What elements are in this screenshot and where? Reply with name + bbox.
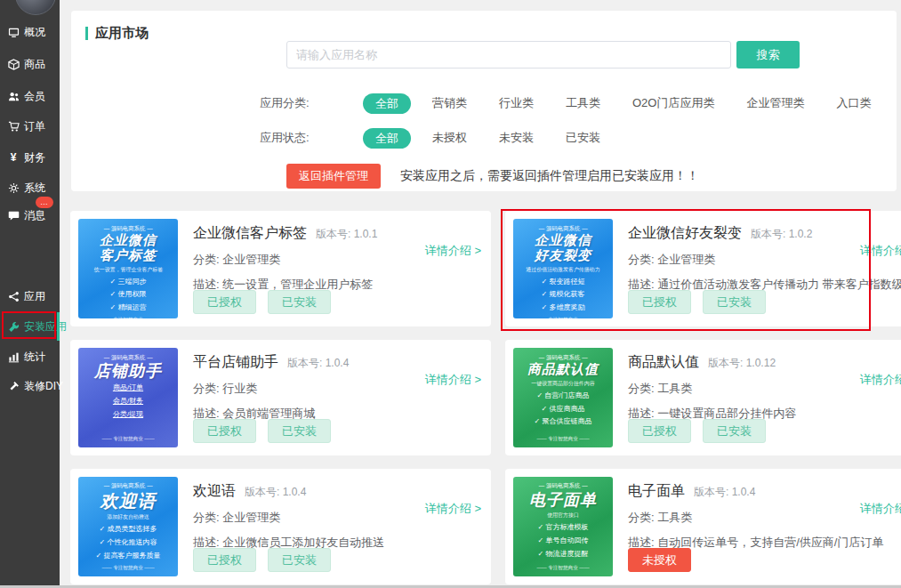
title-accent-bar — [85, 27, 88, 40]
cover-footer: —— 专注智慧商业 —— — [101, 564, 154, 571]
stats-icon — [7, 350, 20, 363]
cover-footer: —— 专注智慧商业 —— — [536, 435, 589, 442]
cover-footer: —— 专注智慧商业 —— — [536, 316, 589, 318]
detail-link[interactable]: 详情介绍 > — [425, 372, 481, 388]
status-tag[interactable]: 已安装 — [703, 419, 766, 443]
cover-banner: — 源码电商系统 — — [539, 353, 588, 361]
category-option[interactable]: 企业管理类 — [746, 95, 804, 111]
status-tag[interactable]: 已授权 — [628, 419, 691, 443]
category-option[interactable]: 行业类 — [499, 95, 534, 111]
detail-link[interactable]: 详情介绍 > — [860, 372, 901, 388]
install-app-icon — [7, 320, 20, 333]
sidebar-item-system[interactable]: 系统 — [0, 177, 60, 198]
sidebar-item-installed-apps[interactable]: 安装应用 — [0, 316, 60, 337]
notice-text: 安装应用之后，需要返回插件管理启用已安装应用！！ — [400, 168, 699, 184]
sidebar-item-overview[interactable]: 概况 — [0, 21, 60, 43]
status-tag-row: 已授权已安装 — [193, 290, 331, 314]
status-tag[interactable]: 已安装 — [703, 290, 766, 314]
sidebar-item-label: 装修DIY — [24, 379, 63, 394]
cover-title: 商品默认值 — [527, 362, 599, 377]
category-option[interactable]: 工具类 — [566, 95, 600, 111]
category-selected-pill[interactable]: 全部 — [363, 93, 411, 114]
app-cover-image: — 源码电商系统 —店铺助手商品/订单会员/财务分类/提现—— 专注智慧商业 —… — [78, 348, 178, 447]
notice-row: 返回插件管理 安装应用之后，需要返回插件管理启用已安装应用！！ — [286, 164, 699, 189]
app-version: 版本号: 1.0.4 — [245, 486, 306, 498]
sidebar-item-finance[interactable]: ¥财务 — [0, 147, 60, 168]
finance-icon: ¥ — [7, 151, 20, 164]
app-cover-image: — 源码电商系统 —商品默认值一键设置商品部分挂件内容✓ 自营/门店商品✓ 供应… — [513, 348, 613, 447]
cover-banner: — 源码电商系统 — — [539, 482, 588, 490]
status-tag[interactable]: 已安装 — [268, 419, 331, 443]
sidebar-item-label: 财务 — [24, 150, 45, 165]
sidebar-item-diy[interactable]: 装修DIY — [0, 375, 60, 397]
detail-link[interactable]: 详情介绍 > — [425, 501, 481, 517]
sidebar-item-label: 商品 — [24, 57, 45, 72]
status-tag-row: 未授权 — [628, 548, 691, 572]
cover-footer: —— 专注智慧商业 —— — [101, 316, 154, 318]
status-option[interactable]: 已安装 — [566, 130, 600, 146]
status-selected-pill[interactable]: 全部 — [363, 128, 411, 149]
cover-subtitle: 添加好友自动推送 — [107, 513, 149, 521]
sidebar-item-members[interactable]: 会员 — [0, 85, 60, 107]
app-title: 平台店铺助手版本号: 1.0.4 — [193, 353, 483, 372]
search-button[interactable]: 搜索 — [736, 41, 800, 68]
status-tag[interactable]: 已授权 — [193, 419, 256, 443]
app-market-panel: 应用市场 搜索 应用分类: 全部 营销类行业类工具类O2O门店应用类企业管理类入… — [71, 11, 897, 191]
app-version: 版本号: 1.0.1 — [316, 228, 377, 240]
diy-icon — [7, 380, 20, 392]
cover-title: 欢迎语 — [101, 491, 157, 511]
status-option[interactable]: 未安装 — [499, 130, 534, 146]
category-option[interactable]: 入口类 — [836, 95, 871, 111]
detail-link[interactable]: 详情介绍 > — [860, 501, 901, 517]
cover-subtitle: 一键设置商品部分挂件内容 — [531, 380, 594, 388]
app-version: 版本号: 1.0.2 — [751, 228, 812, 240]
detail-link[interactable]: 详情介绍 > — [860, 243, 901, 259]
cover-subtitle: 通过价值活动激发客户传播动力 — [526, 265, 599, 273]
goods-icon — [7, 58, 20, 70]
user-avatar[interactable] — [15, 0, 56, 15]
status-tag[interactable]: 已授权 — [193, 290, 256, 314]
status-tag[interactable]: 已安装 — [268, 548, 331, 572]
status-tag[interactable]: 已安装 — [268, 290, 331, 314]
app-version: 版本号: 1.0.4 — [694, 486, 755, 498]
cover-subtitle: 使用官方接口 — [547, 511, 579, 520]
app-title: 企业微信客户标签版本号: 1.0.1 — [193, 224, 483, 243]
app-cover-image: — 源码电商系统 —欢迎语添加好友自动推送✓ 成员类型选择多✓ 个性化推送内容✓… — [78, 477, 178, 576]
status-tag-row: 已授权已安装 — [628, 419, 766, 443]
app-title: 欢迎语版本号: 1.0.4 — [193, 482, 483, 501]
detail-link[interactable]: 详情介绍 > — [425, 243, 481, 259]
status-filter-row: 应用状态: 全部 未授权未安装已安装 — [260, 126, 600, 149]
sidebar-item-label: 统计 — [24, 350, 45, 365]
cover-title: 电子面单 — [529, 491, 597, 509]
sidebar-item-goods[interactable]: 商品 — [0, 53, 60, 75]
cover-banner: — 源码电商系统 — — [104, 353, 153, 361]
sidebar-item-messages[interactable]: 消息… — [0, 205, 60, 226]
cover-feature-list: ✓ 官方标准模板✓ 单号自动回传✓ 物流进度提醒 — [538, 521, 589, 560]
app-card-body: 企业微信好友裂变版本号: 1.0.2分类: 企业管理类描述: 通过价值活动激发客… — [628, 219, 901, 318]
status-tag[interactable]: 未授权 — [628, 548, 691, 572]
category-option[interactable]: 营销类 — [432, 95, 467, 111]
app-title: 企业微信好友裂变版本号: 1.0.2 — [628, 224, 901, 243]
status-tag[interactable]: 已授权 — [193, 548, 256, 572]
cover-feature-list: ✓ 自营/门店商品✓ 供应商商品✓ 聚合供应链商品 — [535, 390, 592, 429]
status-tag[interactable]: 已授权 — [628, 290, 691, 314]
sidebar-item-label: 消息 — [24, 208, 45, 223]
category-filter-row: 应用分类: 全部 营销类行业类工具类O2O门店应用类企业管理类入口类 — [260, 92, 871, 115]
search-input[interactable] — [286, 41, 731, 68]
category-option[interactable]: O2O门店应用类 — [632, 95, 714, 111]
sidebar-item-orders[interactable]: 订单 — [0, 116, 60, 137]
app-title: 电子面单版本号: 1.0.4 — [628, 482, 901, 501]
sidebar-item-apps[interactable]: 应用 — [0, 286, 60, 307]
cover-feature-list: ✓ 成员类型选择多✓ 个性化推送内容✓ 提高客户服务质量 — [96, 523, 161, 562]
cover-footer: —— 专注智慧商业 —— — [101, 435, 154, 442]
page-title: 应用市场 — [85, 25, 149, 42]
status-option[interactable]: 未授权 — [432, 130, 467, 146]
sidebar-item-label: 应用 — [24, 289, 45, 304]
app-title: 商品默认值版本号: 1.0.12 — [628, 353, 901, 372]
cover-footer: —— 专注智慧商业 —— — [536, 564, 589, 571]
app-card: — 源码电商系统 —店铺助手商品/订单会员/财务分类/提现—— 专注智慧商业 —… — [70, 340, 491, 455]
back-to-plugin-manager-button[interactable]: 返回插件管理 — [286, 164, 381, 189]
sidebar-item-stats[interactable]: 统计 — [0, 346, 60, 367]
orders-icon — [7, 120, 20, 133]
status-tag-row: 已授权已安装 — [193, 419, 331, 443]
